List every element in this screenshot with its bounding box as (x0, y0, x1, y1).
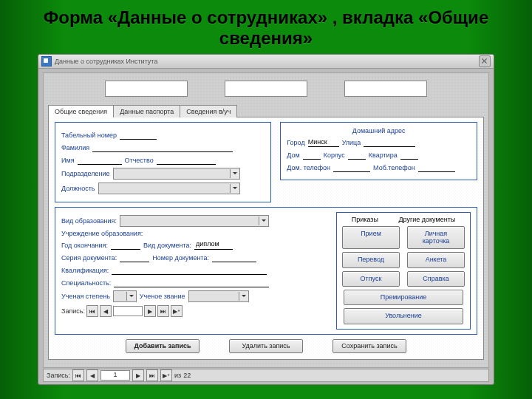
combo-degree[interactable] (113, 290, 137, 302)
button-card[interactable]: Личная карточка (407, 226, 465, 249)
group-orders: Приказы Другие документы Прием Личная ка… (336, 212, 471, 330)
field-firstname[interactable] (78, 155, 122, 165)
field-building[interactable] (348, 150, 366, 160)
label-mobile: Моб.телефон (373, 164, 415, 171)
button-cert[interactable]: Справка (407, 271, 465, 287)
status-position[interactable]: 1 (100, 370, 130, 381)
top-button-3[interactable] (344, 81, 427, 97)
chevron-down-icon (230, 184, 239, 193)
button-delete-record[interactable]: Удалить запись (229, 339, 303, 353)
subform-nav: Запись: ⏮ ◀ ▶ ⏭ ▶* (61, 305, 330, 317)
button-add-record[interactable]: Добавить запись (126, 339, 200, 353)
label-street: Улица (342, 139, 361, 146)
label-firstname: Имя (61, 157, 75, 164)
label-post: Должность (61, 185, 95, 192)
field-mobile[interactable] (418, 163, 455, 172)
group-address: Домашний адрес Город Улица Дом Корпус Кв… (280, 122, 477, 180)
slide-title: Форма «Данные о сотрудниках» , вкладка «… (0, 0, 532, 51)
group-person: Табельный номер Фамилия Имя Отчество Под… (55, 122, 271, 202)
label-city: Город (287, 139, 304, 146)
tab-page-general: Табельный номер Фамилия Имя Отчество Под… (48, 117, 484, 360)
top-button-1[interactable] (105, 81, 188, 97)
combo-post[interactable] (98, 183, 240, 194)
label-flat: Квартира (369, 151, 398, 159)
tab-military[interactable]: Сведения в/уч (180, 105, 237, 117)
label-house: Дом (287, 151, 299, 159)
nav-prev-icon[interactable]: ◀ (100, 305, 112, 317)
titlebar: Данные о сотрудниках Института (38, 55, 494, 69)
label-doc-series: Серия документа: (61, 254, 117, 262)
field-doc-series[interactable] (120, 253, 149, 262)
tab-passport[interactable]: Данные паспорта (113, 105, 180, 117)
field-phone[interactable] (333, 163, 370, 172)
nav-last-icon[interactable]: ⏭ (157, 305, 169, 317)
label-department: Подразделение (61, 170, 110, 177)
app-icon (41, 56, 52, 66)
label-edu-year: Год окончания: (61, 242, 108, 249)
combo-edu-kind[interactable] (120, 215, 269, 227)
chevron-down-icon (259, 216, 268, 225)
nav-new-icon[interactable]: ▶* (171, 305, 183, 317)
field-edu-year[interactable] (111, 240, 140, 250)
label-doctype: Вид документа: (143, 242, 191, 249)
label-rank: Ученое звание (140, 293, 185, 300)
button-save-record[interactable]: Сохранить запись (332, 339, 406, 353)
button-hire[interactable]: Прием (342, 226, 400, 249)
label-building: Корпус (324, 151, 345, 159)
button-bonus[interactable]: Премирование (344, 290, 463, 305)
status-nav-new-icon[interactable]: ▶* (160, 369, 172, 381)
label-patronymic: Отчество (125, 157, 154, 164)
close-icon[interactable] (479, 55, 491, 67)
chevron-down-icon (230, 169, 239, 178)
field-specialty[interactable] (114, 278, 269, 287)
button-vacation[interactable]: Отпуск (342, 271, 400, 287)
combo-rank[interactable] (188, 290, 249, 302)
record-actions: Добавить запись Удалить запись Сохранить… (55, 339, 477, 353)
status-total: 22 (183, 372, 191, 379)
button-transfer[interactable]: Перевод (342, 252, 400, 267)
app-window: Данные о сотрудниках Института Общие све… (38, 54, 494, 385)
label-phone: Дом. телефон (287, 164, 330, 171)
field-doctype[interactable]: диплом (194, 240, 233, 250)
client-area: Общие сведения Данные паспорта Сведения … (43, 72, 489, 368)
label-specialty: Специальность: (61, 279, 111, 287)
docs-heading: Другие документы (398, 216, 455, 223)
field-doc-number[interactable] (212, 253, 256, 262)
status-nav-last-icon[interactable]: ⏭ (146, 369, 158, 381)
tab-strip: Общие сведения Данные паспорта Сведения … (44, 104, 488, 117)
label-degree: Ученая степень (61, 293, 110, 300)
status-nav-next-icon[interactable]: ▶ (132, 369, 144, 381)
label-qualification: Квалификация: (61, 267, 109, 274)
address-heading: Домашний адрес (287, 127, 471, 134)
label-lastname: Фамилия (61, 144, 89, 151)
status-nav-first-icon[interactable]: ⏮ (72, 369, 84, 381)
chevron-down-icon (126, 292, 136, 301)
status-bar: Запись: ⏮ ◀ 1 ▶ ⏭ ▶* из 22 (43, 369, 489, 382)
top-button-2[interactable] (225, 81, 307, 97)
status-of: из (174, 372, 181, 379)
button-fire[interactable]: Увольнение (344, 308, 463, 324)
chevron-down-icon (239, 292, 248, 301)
label-edu-inst: Учреждение образования: (61, 230, 143, 237)
nav-first-icon[interactable]: ⏮ (86, 305, 98, 317)
field-flat[interactable] (400, 150, 418, 160)
field-tabnum[interactable] (120, 130, 157, 140)
button-form[interactable]: Анкета (407, 252, 465, 267)
combo-department[interactable] (113, 168, 240, 180)
field-city[interactable] (308, 137, 339, 147)
orders-heading: Приказы (352, 216, 378, 223)
group-education-orders: Вид образования: Учреждение образования:… (55, 207, 477, 335)
field-lastname[interactable] (92, 143, 233, 152)
tab-general[interactable]: Общие сведения (48, 105, 114, 117)
field-street[interactable] (364, 137, 415, 147)
status-nav-prev-icon[interactable]: ◀ (86, 369, 98, 381)
label-edu-kind: Вид образования: (61, 217, 117, 225)
label-tabnum: Табельный номер (61, 132, 117, 139)
nav-position[interactable] (113, 306, 143, 316)
nav-label: Запись: (61, 307, 85, 315)
field-patronymic[interactable] (157, 155, 216, 165)
field-house[interactable] (303, 150, 321, 160)
field-qualification[interactable] (112, 265, 267, 275)
nav-next-icon[interactable]: ▶ (144, 305, 156, 317)
label-doc-number: Номер документа: (152, 254, 209, 262)
